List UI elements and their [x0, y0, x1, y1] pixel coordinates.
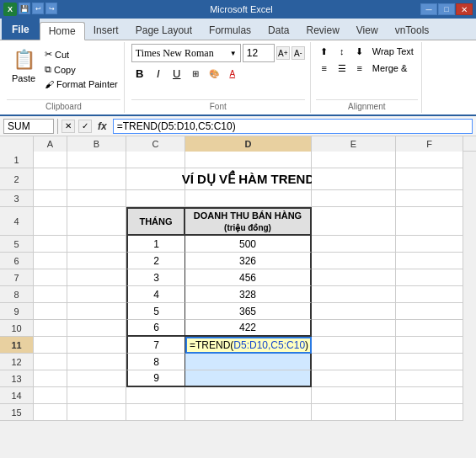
cell-F3[interactable] [396, 190, 463, 207]
border-button[interactable]: ⊞ [187, 65, 204, 82]
cell-E9[interactable] [312, 303, 396, 320]
cell-C1[interactable] [126, 152, 185, 168]
underline-button[interactable]: U [168, 65, 185, 82]
cell-F9[interactable] [396, 303, 463, 320]
cell-C10[interactable]: 6 [126, 320, 185, 337]
cell-E10[interactable] [312, 320, 396, 337]
cell-D11[interactable]: =TREND(D5:D10,C5:C10) [185, 337, 312, 354]
cell-C6[interactable]: 2 [126, 253, 185, 269]
cell-A6[interactable] [34, 253, 67, 269]
cell-E11[interactable] [312, 337, 396, 354]
row-header-11[interactable]: 11 [0, 337, 34, 354]
cell-D9[interactable]: 365 [185, 303, 312, 320]
cell-C5[interactable]: 1 [126, 236, 185, 253]
cell-A5[interactable] [34, 236, 67, 253]
cell-A14[interactable] [34, 387, 67, 404]
cell-B12[interactable] [67, 354, 126, 370]
cell-E4[interactable] [312, 207, 396, 236]
row-header-15[interactable]: 15 [0, 404, 34, 421]
close-button[interactable]: ✕ [456, 3, 473, 15]
cell-B7[interactable] [67, 269, 126, 286]
cell-F12[interactable] [396, 354, 463, 370]
tab-insert[interactable]: Insert [85, 21, 127, 40]
cell-F15[interactable] [396, 404, 463, 421]
cell-A12[interactable] [34, 354, 67, 370]
tab-formulas[interactable]: Formulas [201, 21, 259, 40]
cell-F4[interactable] [396, 207, 463, 236]
align-left-button[interactable]: ≡ [316, 61, 333, 76]
row-header-7[interactable]: 7 [0, 269, 34, 286]
wrap-text-button[interactable]: Wrap Text [369, 44, 417, 59]
cell-E2[interactable] [312, 168, 396, 190]
cell-B8[interactable] [67, 286, 126, 303]
name-box[interactable]: SUM [3, 119, 54, 134]
row-header-6[interactable]: 6 [0, 253, 34, 269]
cell-D6[interactable]: 326 [185, 253, 312, 269]
cell-B14[interactable] [67, 387, 126, 404]
cell-C12[interactable]: 8 [126, 354, 185, 370]
cell-D3[interactable] [185, 190, 312, 207]
minimize-button[interactable]: ─ [420, 3, 437, 15]
cell-C13[interactable]: 9 [126, 370, 185, 387]
row-header-5[interactable]: 5 [0, 236, 34, 253]
cell-B2[interactable] [67, 168, 126, 190]
cell-D5[interactable]: 500 [185, 236, 312, 253]
cell-A7[interactable] [34, 269, 67, 286]
cell-F13[interactable] [396, 370, 463, 387]
tab-home[interactable]: Home [40, 22, 85, 40]
cell-E12[interactable] [312, 354, 396, 370]
undo-icon[interactable]: ↩ [32, 3, 44, 14]
cell-E5[interactable] [312, 236, 396, 253]
row-header-10[interactable]: 10 [0, 320, 34, 337]
cell-D8[interactable]: 328 [185, 286, 312, 303]
cell-D14[interactable] [185, 387, 312, 404]
cell-B5[interactable] [67, 236, 126, 253]
bold-button[interactable]: B [131, 65, 148, 82]
tab-page-layout[interactable]: Page Layout [127, 21, 201, 40]
cell-E13[interactable] [312, 370, 396, 387]
col-header-C[interactable]: C [126, 136, 185, 152]
align-center-button[interactable]: ☰ [334, 61, 350, 76]
format-painter-button[interactable]: 🖌 Format Painter [42, 77, 120, 91]
cell-E6[interactable] [312, 253, 396, 269]
cell-C8[interactable]: 4 [126, 286, 185, 303]
row-header-9[interactable]: 9 [0, 303, 34, 320]
row-header-14[interactable]: 14 [0, 387, 34, 404]
align-middle-button[interactable]: ↕ [334, 44, 350, 59]
cell-D1[interactable] [185, 152, 312, 168]
row-header-3[interactable]: 3 [0, 190, 34, 207]
cell-E14[interactable] [312, 387, 396, 404]
row-header-12[interactable]: 12 [0, 354, 34, 370]
cell-A9[interactable] [34, 303, 67, 320]
cell-A2[interactable] [34, 168, 67, 190]
align-right-button[interactable]: ≡ [351, 61, 368, 76]
tab-review[interactable]: Review [297, 21, 347, 40]
tab-data[interactable]: Data [259, 21, 297, 40]
cell-B3[interactable] [67, 190, 126, 207]
cell-A8[interactable] [34, 286, 67, 303]
cell-F5[interactable] [396, 236, 463, 253]
tab-vntools[interactable]: vnTools [387, 21, 438, 40]
cell-B13[interactable] [67, 370, 126, 387]
formula-input[interactable]: =TREND(D5:D10,C5:C10) [113, 119, 473, 134]
cell-B11[interactable] [67, 337, 126, 354]
cell-D7[interactable]: 456 [185, 269, 312, 286]
tab-view[interactable]: View [348, 21, 387, 40]
merge-cells-button[interactable]: Merge & [369, 61, 411, 76]
cell-A13[interactable] [34, 370, 67, 387]
cell-B6[interactable] [67, 253, 126, 269]
font-size-decrease[interactable]: A- [291, 46, 305, 60]
cell-A15[interactable] [34, 404, 67, 421]
cell-B1[interactable] [67, 152, 126, 168]
paste-button[interactable]: 📋 Paste [7, 44, 40, 86]
cancel-button[interactable]: ✕ [62, 120, 75, 133]
cell-E7[interactable] [312, 269, 396, 286]
save-icon[interactable]: 💾 [19, 3, 30, 14]
cell-F7[interactable] [396, 269, 463, 286]
cut-button[interactable]: ✂ Cut [42, 47, 120, 61]
italic-button[interactable]: I [150, 65, 167, 82]
font-size-dropdown[interactable]: 12 [243, 44, 275, 62]
cell-D10[interactable]: 422 [185, 320, 312, 337]
cell-A10[interactable] [34, 320, 67, 337]
col-header-A[interactable]: A [34, 136, 67, 152]
